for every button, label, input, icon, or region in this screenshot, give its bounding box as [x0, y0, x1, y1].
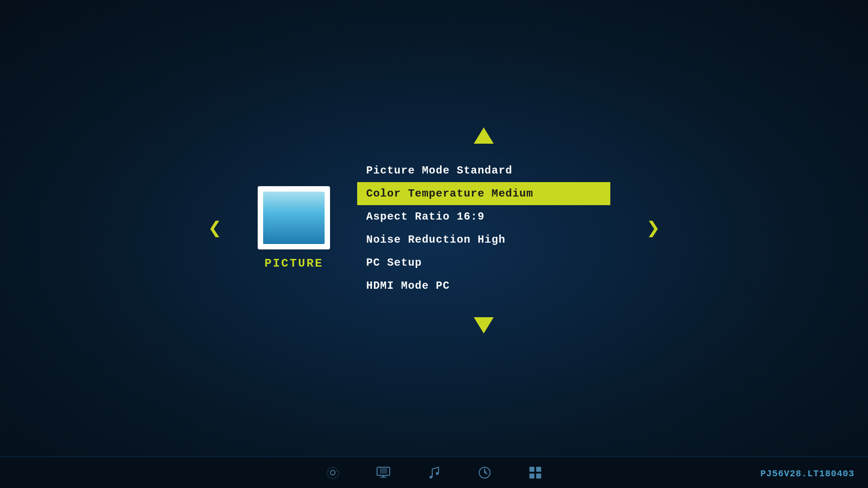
picture-icon-inner — [263, 192, 325, 244]
menu-item-aspect-ratio[interactable]: Aspect Ratio 16:9 — [357, 205, 610, 228]
picture-icon — [258, 186, 330, 249]
svg-rect-7 — [529, 474, 534, 479]
menu-items-container: Picture Mode Standard Color Temperature … — [357, 159, 610, 297]
monitor-svg — [376, 465, 391, 480]
scroll-down-arrow[interactable] — [474, 317, 494, 333]
svg-rect-5 — [529, 467, 534, 472]
picture-label: PICTURE — [264, 257, 323, 270]
audio-icon[interactable] — [427, 465, 441, 480]
clock-svg — [477, 465, 492, 480]
menu-item-aspect-ratio-label: Aspect Ratio 16:9 — [366, 211, 485, 223]
clock-icon[interactable] — [477, 465, 492, 480]
taskbar: PJ56V28.LT180403 — [0, 456, 868, 488]
menu-item-noise-reduction-label: Noise Reduction High — [366, 234, 505, 246]
menu-item-picture-mode[interactable]: Picture Mode Standard — [357, 159, 610, 182]
picture-section: PICTURE — [258, 186, 330, 270]
menu-item-color-temperature[interactable]: Color Temperature Medium — [357, 182, 610, 205]
nav-arrow-left[interactable]: ❮ — [208, 215, 222, 242]
svg-rect-1 — [380, 468, 387, 474]
menu-item-color-temperature-label: Color Temperature Medium — [366, 188, 533, 200]
settings-icon[interactable] — [326, 465, 340, 480]
grid-icon[interactable] — [528, 465, 542, 480]
scroll-up-arrow[interactable] — [474, 127, 494, 144]
gear-svg — [326, 465, 340, 480]
version-text: PJ56V28.LT180403 — [760, 469, 854, 479]
nav-arrow-right[interactable]: ❯ — [646, 215, 660, 242]
monitor-icon[interactable] — [376, 465, 391, 480]
svg-rect-8 — [536, 474, 541, 479]
main-content: ❮ PICTURE Picture Mode Standard Color Te… — [0, 0, 868, 456]
svg-rect-6 — [536, 467, 541, 472]
grid-svg — [528, 465, 542, 480]
menu-item-picture-mode-label: Picture Mode Standard — [366, 164, 512, 177]
menu-item-pc-setup-label: PC Setup — [366, 257, 422, 269]
menu-item-hdmi-mode[interactable]: HDMI Mode PC — [357, 274, 610, 297]
menu-item-noise-reduction[interactable]: Noise Reduction High — [357, 228, 610, 251]
music-svg — [427, 465, 441, 480]
svg-point-3 — [436, 472, 439, 475]
menu-item-pc-setup[interactable]: PC Setup — [357, 251, 610, 274]
menu-item-hdmi-mode-label: HDMI Mode PC — [366, 280, 450, 292]
svg-point-2 — [429, 476, 432, 479]
menu-container: ❮ PICTURE Picture Mode Standard Color Te… — [208, 159, 660, 297]
